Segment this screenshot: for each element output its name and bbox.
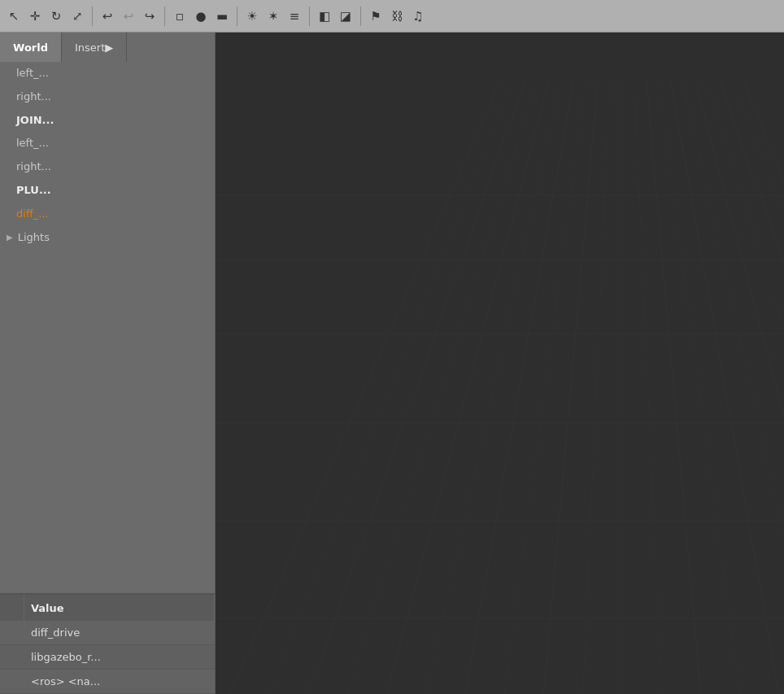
redo-icon[interactable]: ↪ — [141, 7, 159, 25]
sphere-icon[interactable]: ● — [192, 7, 210, 25]
rotate-icon[interactable]: ↻ — [47, 7, 65, 25]
table-row2-col2: libgazebo_r... — [24, 651, 215, 663]
tab-insert[interactable]: Insert ▶ — [62, 33, 127, 62]
table-header: Value — [0, 595, 215, 621]
building-icon[interactable]: ◪ — [337, 7, 355, 25]
cylinder-icon[interactable]: ▬ — [213, 7, 231, 25]
left-panel: World Insert ▶ left_... right... JOIN...… — [0, 33, 216, 694]
sun-icon[interactable]: ☀ — [243, 7, 261, 25]
directional-icon[interactable]: ≡ — [285, 7, 303, 25]
bottom-panel: Value diff_drive libgazebo_r... <ros> <n… — [0, 593, 215, 694]
terrain-icon[interactable]: ◧ — [316, 7, 333, 25]
tab-world[interactable]: World — [0, 33, 62, 62]
separator-4 — [309, 7, 310, 26]
table-row1-col2: diff_drive — [24, 626, 215, 639]
table-col2-header: Value — [24, 595, 215, 621]
separator-5 — [360, 7, 361, 26]
table-row3-col2: <ros> <na... — [24, 675, 215, 687]
table-col1-header — [0, 595, 24, 621]
tree-item-join[interactable]: JOIN... — [0, 109, 215, 133]
undo-icon[interactable]: ↩ — [98, 7, 116, 25]
tree-item-diff[interactable]: diff_... — [0, 203, 215, 226]
separator-2 — [164, 7, 165, 26]
viewport[interactable] — [216, 33, 784, 694]
table-row[interactable]: diff_drive — [0, 621, 215, 645]
separator-1 — [92, 7, 93, 26]
toolbar: ↖ ✛ ↻ ⤢ ↩ ↩ ↪ ▫ ● ▬ ☀ ✶ ≡ ◧ ◪ ⚑ ⛓ ♫ — [0, 0, 784, 33]
table-row[interactable]: libgazebo_r... — [0, 645, 215, 670]
move-icon[interactable]: ✛ — [26, 7, 44, 25]
table-row[interactable]: <ros> <na... — [0, 670, 215, 694]
select-icon[interactable]: ↖ — [5, 7, 23, 25]
lights-arrow-icon: ▶ — [7, 233, 13, 242]
tree-item-right2[interactable]: right... — [0, 155, 215, 179]
link-icon[interactable]: ⛓ — [388, 7, 406, 25]
separator-3 — [237, 7, 237, 26]
tree-panel[interactable]: left_... right... JOIN... left_... right… — [0, 62, 215, 593]
main-content: World Insert ▶ left_... right... JOIN...… — [0, 33, 784, 694]
flag-icon[interactable]: ⚑ — [367, 7, 385, 25]
tree-item-right1[interactable]: right... — [0, 85, 215, 109]
cube-icon[interactable]: ▫ — [171, 7, 189, 25]
undo-disabled-icon: ↩ — [120, 7, 137, 25]
tree-item-left2[interactable]: left_... — [0, 132, 215, 155]
viewport-grid — [216, 33, 784, 694]
tree-section-lights[interactable]: ▶ Lights — [0, 226, 215, 248]
tree-item-plu[interactable]: PLU... — [0, 179, 215, 203]
tree-item-left1[interactable]: left_... — [0, 62, 215, 85]
tab-bar: World Insert ▶ — [0, 33, 215, 62]
lights-label: Lights — [18, 231, 50, 243]
audio-icon[interactable]: ♫ — [409, 7, 427, 25]
scale-icon[interactable]: ⤢ — [68, 7, 86, 25]
spot-icon[interactable]: ✶ — [264, 7, 282, 25]
svg-rect-0 — [216, 33, 784, 694]
